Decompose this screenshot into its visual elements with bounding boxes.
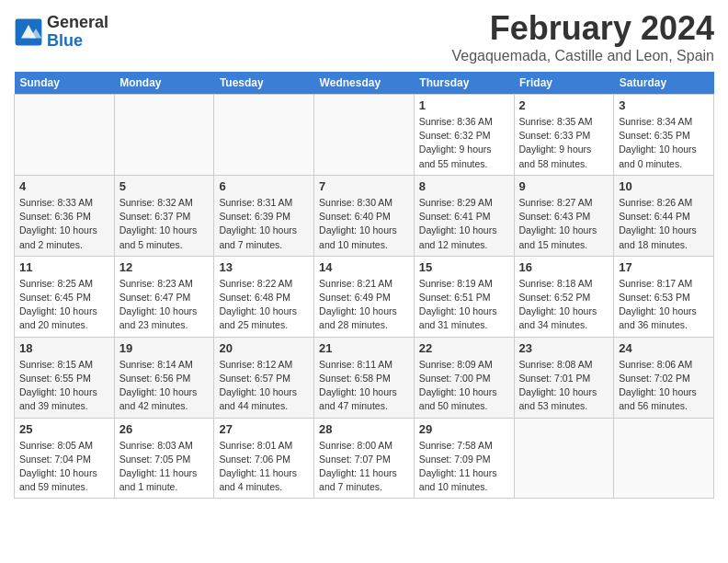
day-number: 20: [219, 341, 309, 355]
day-number: 25: [19, 422, 109, 436]
day-info: Sunrise: 8:05 AM Sunset: 7:04 PM Dayligh…: [19, 439, 109, 495]
day-number: 2: [519, 98, 609, 112]
day-info: Sunrise: 8:01 AM Sunset: 7:06 PM Dayligh…: [219, 439, 309, 495]
day-info: Sunrise: 8:21 AM Sunset: 6:49 PM Dayligh…: [319, 277, 409, 333]
day-info: Sunrise: 8:11 AM Sunset: 6:58 PM Dayligh…: [319, 358, 409, 414]
weekday-header-sunday: Sunday: [15, 72, 115, 95]
day-info: Sunrise: 8:25 AM Sunset: 6:45 PM Dayligh…: [19, 277, 109, 333]
calendar-table: SundayMondayTuesdayWednesdayThursdayFrid…: [14, 72, 714, 499]
day-info: Sunrise: 8:19 AM Sunset: 6:51 PM Dayligh…: [419, 277, 509, 333]
page-header: General Blue February 2024 Vegaquemada, …: [14, 9, 714, 64]
weekday-header-monday: Monday: [114, 72, 214, 95]
day-number: 26: [119, 422, 210, 436]
calendar-cell: 1Sunrise: 8:36 AM Sunset: 6:32 PM Daylig…: [414, 95, 514, 176]
day-number: 27: [219, 422, 309, 436]
calendar-cell: 29Sunrise: 7:58 AM Sunset: 7:09 PM Dayli…: [414, 418, 514, 499]
calendar-cell: [614, 418, 714, 499]
calendar-cell: [514, 418, 614, 499]
day-number: 11: [19, 260, 109, 274]
day-number: 16: [519, 260, 609, 274]
calendar-cell: 26Sunrise: 8:03 AM Sunset: 7:05 PM Dayli…: [114, 418, 214, 499]
logo: General Blue: [14, 14, 108, 51]
calendar-cell: 12Sunrise: 8:23 AM Sunset: 6:47 PM Dayli…: [114, 256, 214, 337]
day-info: Sunrise: 8:26 AM Sunset: 6:44 PM Dayligh…: [619, 196, 709, 252]
logo-name-line1: General: [47, 14, 108, 32]
day-number: 15: [419, 260, 509, 274]
calendar-cell: 9Sunrise: 8:27 AM Sunset: 6:43 PM Daylig…: [514, 175, 614, 256]
weekday-header-friday: Friday: [514, 72, 614, 95]
day-number: 1: [419, 98, 509, 112]
day-number: 28: [319, 422, 409, 436]
day-number: 13: [219, 260, 309, 274]
day-info: Sunrise: 8:32 AM Sunset: 6:37 PM Dayligh…: [119, 196, 210, 252]
calendar-cell: 20Sunrise: 8:12 AM Sunset: 6:57 PM Dayli…: [214, 337, 314, 418]
day-info: Sunrise: 8:27 AM Sunset: 6:43 PM Dayligh…: [519, 196, 609, 252]
day-number: 6: [219, 179, 309, 193]
day-info: Sunrise: 7:58 AM Sunset: 7:09 PM Dayligh…: [419, 439, 509, 495]
calendar-week-5: 25Sunrise: 8:05 AM Sunset: 7:04 PM Dayli…: [15, 418, 714, 499]
calendar-cell: 24Sunrise: 8:06 AM Sunset: 7:02 PM Dayli…: [614, 337, 714, 418]
day-info: Sunrise: 8:06 AM Sunset: 7:02 PM Dayligh…: [619, 358, 709, 414]
calendar-week-4: 18Sunrise: 8:15 AM Sunset: 6:55 PM Dayli…: [15, 337, 714, 418]
calendar-cell: 10Sunrise: 8:26 AM Sunset: 6:44 PM Dayli…: [614, 175, 714, 256]
day-info: Sunrise: 8:17 AM Sunset: 6:53 PM Dayligh…: [619, 277, 709, 333]
calendar-cell: 5Sunrise: 8:32 AM Sunset: 6:37 PM Daylig…: [114, 175, 214, 256]
calendar-cell: 13Sunrise: 8:22 AM Sunset: 6:48 PM Dayli…: [214, 256, 314, 337]
calendar-cell: [214, 95, 314, 176]
weekday-header-tuesday: Tuesday: [214, 72, 314, 95]
day-info: Sunrise: 8:29 AM Sunset: 6:41 PM Dayligh…: [419, 196, 509, 252]
day-info: Sunrise: 8:12 AM Sunset: 6:57 PM Dayligh…: [219, 358, 309, 414]
day-info: Sunrise: 8:31 AM Sunset: 6:39 PM Dayligh…: [219, 196, 309, 252]
calendar-cell: 22Sunrise: 8:09 AM Sunset: 7:00 PM Dayli…: [414, 337, 514, 418]
day-number: 14: [319, 260, 409, 274]
logo-name-line2: Blue: [47, 32, 108, 51]
day-info: Sunrise: 8:18 AM Sunset: 6:52 PM Dayligh…: [519, 277, 609, 333]
logo-icon: [14, 17, 43, 47]
calendar-cell: 14Sunrise: 8:21 AM Sunset: 6:49 PM Dayli…: [314, 256, 415, 337]
calendar-cell: [114, 95, 214, 176]
calendar-week-2: 4Sunrise: 8:33 AM Sunset: 6:36 PM Daylig…: [15, 175, 714, 256]
day-number: 9: [519, 179, 609, 193]
calendar-cell: 27Sunrise: 8:01 AM Sunset: 7:06 PM Dayli…: [214, 418, 314, 499]
day-number: 22: [419, 341, 509, 355]
day-info: Sunrise: 8:23 AM Sunset: 6:47 PM Dayligh…: [119, 277, 210, 333]
day-number: 18: [19, 341, 109, 355]
day-info: Sunrise: 8:14 AM Sunset: 6:56 PM Dayligh…: [119, 358, 210, 414]
day-number: 10: [619, 179, 709, 193]
weekday-header-thursday: Thursday: [414, 72, 514, 95]
calendar-cell: 19Sunrise: 8:14 AM Sunset: 6:56 PM Dayli…: [114, 337, 214, 418]
weekday-header-saturday: Saturday: [614, 72, 714, 95]
day-number: 29: [419, 422, 509, 436]
day-number: 4: [19, 179, 109, 193]
calendar-cell: 21Sunrise: 8:11 AM Sunset: 6:58 PM Dayli…: [314, 337, 415, 418]
day-info: Sunrise: 8:30 AM Sunset: 6:40 PM Dayligh…: [319, 196, 409, 252]
day-info: Sunrise: 8:33 AM Sunset: 6:36 PM Dayligh…: [19, 196, 109, 252]
calendar-cell: 23Sunrise: 8:08 AM Sunset: 7:01 PM Dayli…: [514, 337, 614, 418]
calendar-cell: [314, 95, 415, 176]
location-subtitle: Vegaquemada, Castille and Leon, Spain: [451, 48, 714, 64]
day-number: 7: [319, 179, 409, 193]
day-number: 5: [119, 179, 210, 193]
day-info: Sunrise: 8:09 AM Sunset: 7:00 PM Dayligh…: [419, 358, 509, 414]
day-info: Sunrise: 8:34 AM Sunset: 6:35 PM Dayligh…: [619, 115, 709, 171]
calendar-week-3: 11Sunrise: 8:25 AM Sunset: 6:45 PM Dayli…: [15, 256, 714, 337]
calendar-cell: 25Sunrise: 8:05 AM Sunset: 7:04 PM Dayli…: [15, 418, 115, 499]
calendar-cell: 17Sunrise: 8:17 AM Sunset: 6:53 PM Dayli…: [614, 256, 714, 337]
day-number: 17: [619, 260, 709, 274]
calendar-cell: 7Sunrise: 8:30 AM Sunset: 6:40 PM Daylig…: [314, 175, 415, 256]
weekday-header-wednesday: Wednesday: [314, 72, 415, 95]
day-number: 21: [319, 341, 409, 355]
calendar-cell: 28Sunrise: 8:00 AM Sunset: 7:07 PM Dayli…: [314, 418, 415, 499]
calendar-cell: 3Sunrise: 8:34 AM Sunset: 6:35 PM Daylig…: [614, 95, 714, 176]
day-info: Sunrise: 8:08 AM Sunset: 7:01 PM Dayligh…: [519, 358, 609, 414]
day-number: 12: [119, 260, 210, 274]
calendar-cell: 16Sunrise: 8:18 AM Sunset: 6:52 PM Dayli…: [514, 256, 614, 337]
day-number: 3: [619, 98, 709, 112]
calendar-cell: 2Sunrise: 8:35 AM Sunset: 6:33 PM Daylig…: [514, 95, 614, 176]
day-info: Sunrise: 8:36 AM Sunset: 6:32 PM Dayligh…: [419, 115, 509, 171]
month-year-title: February 2024: [451, 9, 714, 48]
calendar-title-section: February 2024 Vegaquemada, Castille and …: [451, 9, 714, 64]
calendar-cell: 11Sunrise: 8:25 AM Sunset: 6:45 PM Dayli…: [15, 256, 115, 337]
calendar-cell: 8Sunrise: 8:29 AM Sunset: 6:41 PM Daylig…: [414, 175, 514, 256]
calendar-cell: 6Sunrise: 8:31 AM Sunset: 6:39 PM Daylig…: [214, 175, 314, 256]
